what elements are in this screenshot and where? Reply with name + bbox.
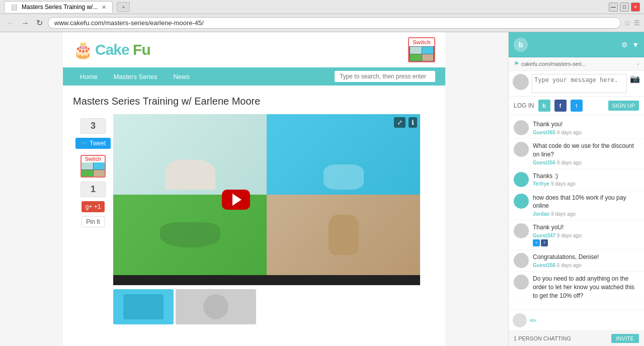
login-btn[interactable]: b bbox=[538, 100, 550, 112]
info-btn[interactable]: ℹ bbox=[409, 117, 417, 128]
invite-btn[interactable]: INVITE bbox=[611, 334, 639, 343]
gplus-icon: g+ bbox=[86, 203, 93, 210]
hand-shape bbox=[324, 164, 364, 190]
back-btn[interactable]: ← bbox=[4, 18, 16, 29]
signup-btn[interactable]: SIGN UP bbox=[608, 101, 639, 111]
social-switch-label: Switch bbox=[82, 156, 105, 162]
twitter-login-btn[interactable]: t bbox=[571, 100, 583, 112]
chat-message: Congratulations, Denise! Guest356 6 days… bbox=[509, 250, 644, 272]
msg-avatar bbox=[514, 253, 529, 268]
gplus-btn[interactable]: g+ +1 bbox=[82, 201, 105, 212]
video-grid bbox=[113, 114, 420, 275]
chat-pen-icon[interactable]: ✏ bbox=[530, 316, 536, 325]
social-switch-widget[interactable]: Switch bbox=[80, 155, 106, 178]
nav-masters-series[interactable]: Masters Series bbox=[107, 70, 165, 83]
msg-author: Guest365 bbox=[533, 130, 555, 135]
msg-author: Jordan bbox=[533, 211, 549, 217]
chat-collapse-icon[interactable]: ▼ bbox=[632, 41, 639, 49]
msg-meta: Guest356 9 days ago bbox=[533, 160, 639, 165]
main-area: 🎂 Cake Fu Switch bbox=[0, 32, 508, 346]
settings-icon[interactable]: ☰ bbox=[634, 19, 640, 27]
tweet-label: Tweet bbox=[90, 140, 106, 147]
msg-avatar bbox=[514, 223, 529, 238]
msg-author: Guest356 bbox=[533, 160, 555, 165]
forward-btn[interactable]: → bbox=[19, 18, 31, 29]
chat-sidebar: b ⚙ ▼ ⚑ cakefu.com/masters-seri... › 📷 L… bbox=[508, 32, 644, 346]
switch-thumbnail bbox=[409, 46, 434, 61]
page-body: Masters Series Training w/ Earlene Moore… bbox=[63, 85, 445, 334]
minimize-btn[interactable]: — bbox=[609, 3, 618, 12]
logo-cake-text: Cake bbox=[95, 41, 133, 58]
chat-logo-icon: b bbox=[514, 38, 528, 52]
pin-btn[interactable]: Pin It bbox=[82, 216, 104, 227]
close-btn[interactable]: ✕ bbox=[631, 3, 640, 12]
msg-text: Thank you! bbox=[533, 120, 639, 129]
maximize-btn[interactable]: □ bbox=[620, 3, 629, 12]
search-input[interactable] bbox=[335, 71, 435, 82]
video-section: 3 🐦 Tweet Switch bbox=[73, 114, 435, 285]
jar-shape bbox=[329, 215, 359, 255]
browser-tab[interactable]: ⬜ Masters Series Training w/... ✕ bbox=[4, 1, 113, 13]
chatting-count: 1 PERSON CHATTING bbox=[514, 335, 571, 341]
tab-close-btn[interactable]: ✕ bbox=[102, 4, 106, 11]
chat-messages-list: Thank you! Guest365 9 days ago What code… bbox=[509, 115, 644, 310]
nav-bar: Home Masters Series News bbox=[63, 67, 445, 85]
social-switch-thumb bbox=[82, 162, 105, 177]
reload-btn[interactable]: ↻ bbox=[34, 17, 45, 29]
chat-camera-icon[interactable]: 📷 bbox=[630, 74, 640, 83]
url-text: www.cakefu.com/masters-series/earlene-mo… bbox=[54, 19, 204, 27]
logo: 🎂 Cake Fu bbox=[73, 40, 150, 59]
share-btn[interactable]: ⤢ bbox=[394, 117, 406, 128]
video-player[interactable]: ⤢ ℹ bbox=[113, 114, 420, 285]
msg-meta: Jordan 9 days ago bbox=[533, 211, 639, 217]
msg-body: how does that 10% work if you pay online… bbox=[533, 194, 639, 217]
msg-avatar bbox=[514, 275, 529, 290]
chat-message: Do you need to add anything on the order… bbox=[509, 272, 644, 304]
nav-news[interactable]: News bbox=[166, 70, 197, 83]
msg-time: 9 days ago bbox=[551, 181, 576, 187]
url-bar[interactable]: www.cakefu.com/masters-series/earlene-mo… bbox=[48, 17, 621, 29]
chat-url-bar: ⚑ cakefu.com/masters-seri... › bbox=[509, 57, 644, 71]
site-header: 🎂 Cake Fu Switch bbox=[63, 32, 445, 67]
thumb-2[interactable] bbox=[176, 289, 256, 324]
bookmark-star[interactable]: ☆ bbox=[624, 18, 631, 28]
msg-time: 6 days ago bbox=[557, 263, 582, 268]
facebook-login-btn[interactable]: f bbox=[554, 100, 567, 112]
msg-author: Guest356 bbox=[533, 263, 555, 268]
msg-body: Thank you! Guest365 9 days ago bbox=[533, 120, 639, 135]
title-bar: ⬜ Masters Series Training w/... ✕ + — □ … bbox=[0, 0, 644, 14]
chat-url-text: cakefu.com/masters-seri... bbox=[521, 61, 635, 67]
play-button[interactable] bbox=[222, 190, 250, 210]
chat-bottom-input: ✏ bbox=[509, 310, 644, 330]
new-tab-btn[interactable]: + bbox=[117, 2, 130, 12]
msg-avatar bbox=[514, 120, 529, 135]
msg-body: Do you need to add anything on the order… bbox=[533, 275, 639, 301]
msg-body: What code do we use for the discount on … bbox=[533, 142, 639, 165]
address-bar: ← → ↻ www.cakefu.com/masters-series/earl… bbox=[0, 14, 644, 32]
tweet-count: 3 bbox=[80, 118, 106, 134]
msg-body: Thanks :) Terfrye 9 days ago bbox=[533, 172, 639, 187]
switch-widget[interactable]: Switch bbox=[408, 37, 435, 62]
msg-text: how does that 10% work if you pay online bbox=[533, 194, 639, 211]
chat-input-area: 📷 bbox=[509, 71, 644, 97]
chat-message: Thanks :) Terfrye 9 days ago bbox=[509, 169, 644, 191]
page-title: Masters Series Training w/ Earlene Moore bbox=[73, 96, 435, 107]
msg-author: Terfrye bbox=[533, 181, 549, 187]
chat-url-go-icon[interactable]: › bbox=[637, 61, 639, 67]
msg-text: Thanks :) bbox=[533, 172, 639, 181]
logo-cake-icon: 🎂 bbox=[73, 40, 93, 59]
chat-message-input[interactable] bbox=[532, 74, 627, 93]
msg-text: What code do we use for the discount on … bbox=[533, 142, 639, 159]
msg-time: 9 days ago bbox=[557, 233, 582, 238]
chat-settings-icon[interactable]: ⚙ bbox=[621, 41, 628, 49]
facebook-icon-badge: f bbox=[541, 239, 548, 246]
clay-shape bbox=[165, 159, 215, 190]
nav-home[interactable]: Home bbox=[73, 70, 105, 83]
msg-icons: t f bbox=[533, 239, 639, 246]
msg-text: Congratulations, Denise! bbox=[533, 253, 639, 262]
tweet-btn[interactable]: 🐦 Tweet bbox=[75, 138, 111, 149]
social-sidebar: 3 🐦 Tweet Switch bbox=[73, 114, 113, 285]
video-cell-br bbox=[267, 195, 420, 275]
msg-meta: Guest365 9 days ago bbox=[533, 130, 639, 135]
thumb-1[interactable] bbox=[113, 289, 174, 324]
